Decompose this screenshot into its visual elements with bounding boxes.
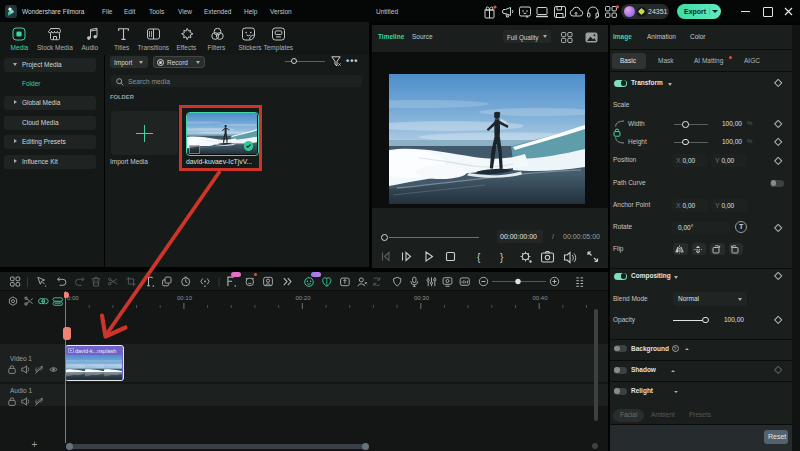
svg-text:{: { (477, 252, 481, 263)
svg-text:}: } (500, 252, 504, 263)
